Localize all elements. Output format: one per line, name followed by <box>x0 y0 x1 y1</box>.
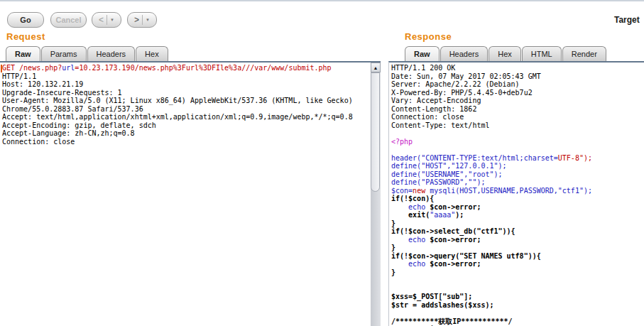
tab-html[interactable]: HTML <box>522 46 562 61</box>
code-line: Content-Type: text/html <box>391 121 644 130</box>
tab-hex[interactable]: Hex <box>136 46 168 61</box>
code-line: Connection: close <box>2 138 371 146</box>
code-line: Date: Sun, 07 May 2017 02:05:43 GMT <box>391 72 644 81</box>
code-line: define("HOST","127.0.0.1"); <box>391 162 644 170</box>
code-line: } <box>391 244 644 252</box>
code-line: Content-Length: 1862 <box>391 105 644 114</box>
code-line: if(!$con->select_db("ctf1")){ <box>391 227 644 236</box>
code-line: define("USERNAME","root"); <box>391 170 644 179</box>
code-line: $con=new mysqli(HOST,USERNAME,PASSWORD,"… <box>391 187 644 195</box>
code-line: Accept-Encoding: gzip, deflate, sdch <box>2 121 371 130</box>
code-line: /**********获取IP***********/ <box>391 317 644 326</box>
request-editor-pane: GET /news.php?url=10.23.173.190/news.php… <box>0 61 381 326</box>
code-line: $xss=$_POST["sub"]; <box>391 293 644 301</box>
button-divider <box>107 15 107 25</box>
tab-raw[interactable]: Raw <box>6 46 40 61</box>
code-line: HTTP/1.1 <box>2 72 371 81</box>
code-line: Accept: text/html,application/xhtml+xml,… <box>2 113 371 121</box>
code-line: Upgrade-Insecure-Requests: 1 <box>2 89 371 97</box>
request-tab-strip: RawParamsHeadersHex <box>6 46 168 61</box>
go-button-label: Go <box>20 16 31 24</box>
code-line: Host: 120.132.21.19 <box>2 80 371 89</box>
history-forward-label: > <box>134 15 139 25</box>
code-line: <?php <box>391 138 644 146</box>
code-line: if(!$con->query("SET NAMES utf8")){ <box>391 252 644 261</box>
code-line: GET /news.php?url=10.23.173.190/news.php… <box>2 64 371 72</box>
tab-params[interactable]: Params <box>41 46 87 61</box>
scroll-up-arrow-icon[interactable]: ▲ <box>371 63 381 72</box>
code-line: HTTP/1.1 200 OK <box>391 64 644 72</box>
code-line: } <box>391 219 644 228</box>
text-caret <box>1 65 2 72</box>
code-line: Chrome/55.0.2883.87 Safari/537.36 <box>2 105 371 114</box>
response-viewer-pane: HTTP/1.1 200 OKDate: Sun, 07 May 2017 02… <box>388 61 644 326</box>
tab-raw[interactable]: Raw <box>405 46 440 61</box>
cancel-button-label: Cancel <box>55 16 81 24</box>
request-raw-editor[interactable]: GET /news.php?url=10.23.173.190/news.php… <box>0 63 371 326</box>
cancel-button[interactable]: Cancel <box>50 12 87 28</box>
code-line: } <box>391 268 644 277</box>
code-line: echo $con->error; <box>391 203 644 212</box>
tab-headers[interactable]: Headers <box>87 46 136 61</box>
chevron-down-icon[interactable]: ▼ <box>146 18 150 22</box>
response-tab-strip: RawHeadersHexHTMLRender <box>405 46 606 61</box>
code-line: exit("aaaa"); <box>391 211 644 219</box>
request-scrollbar[interactable]: ▲ <box>371 63 381 326</box>
tab-hex[interactable]: Hex <box>489 46 521 61</box>
code-line: Accept-Language: zh-CN,zh;q=0.8 <box>2 129 371 138</box>
request-section-title: Request <box>6 31 45 42</box>
button-divider <box>142 15 143 25</box>
code-line: Connection: close <box>391 113 644 121</box>
code-line: Server: Apache/2.2.22 (Debian) <box>391 80 644 89</box>
go-button[interactable]: Go <box>7 12 44 28</box>
code-line: Vary: Accept-Encoding <box>391 97 644 105</box>
tab-render[interactable]: Render <box>562 46 606 61</box>
code-line <box>391 285 644 293</box>
code-line: echo $con->error; <box>391 260 644 268</box>
code-line: echo $con->error; <box>391 236 644 244</box>
request-scrollbar-thumb[interactable] <box>371 72 380 192</box>
code-line: if(!$con){ <box>391 195 644 203</box>
code-line <box>391 309 644 317</box>
response-raw-viewer[interactable]: HTTP/1.1 200 OKDate: Sun, 07 May 2017 02… <box>389 63 644 326</box>
history-back-label: < <box>99 15 104 25</box>
code-line: User-Agent: Mozilla/5.0 (X11; Linux x86_… <box>2 97 371 105</box>
code-line <box>391 129 644 138</box>
code-line <box>391 146 644 154</box>
chevron-down-icon[interactable]: ▼ <box>110 18 114 22</box>
code-line: header("CONTENT-TYPE:text/html;charset=U… <box>391 154 644 163</box>
history-back-button[interactable]: < ▼ <box>92 12 121 28</box>
history-forward-button[interactable]: > ▼ <box>127 12 157 28</box>
target-label: Target <box>614 15 640 25</box>
code-line: define("PASSWORD",""); <box>391 178 644 187</box>
response-section-title: Response <box>405 31 452 42</box>
repeater-window: { "toolbar": { "go": "Go", "cancel": "Ca… <box>0 0 644 326</box>
tab-headers[interactable]: Headers <box>440 46 489 61</box>
code-line: $str = addslashes($xss); <box>391 301 644 310</box>
code-line: X-Powered-By: PHP/5.4.45-0+deb7u2 <box>391 89 644 97</box>
code-line <box>391 276 644 285</box>
